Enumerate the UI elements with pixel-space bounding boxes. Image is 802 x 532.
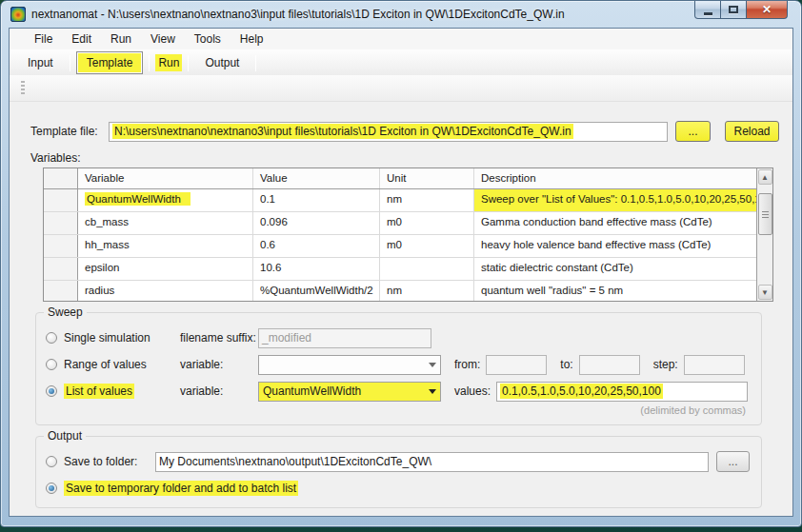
close-button[interactable]: ✕: [747, 1, 788, 19]
output-folder-input[interactable]: My Documents\nextnano\output\1DExcitonCd…: [155, 452, 709, 472]
save-to-folder-label: Save to folder:: [64, 455, 155, 468]
row-header[interactable]: [44, 281, 78, 301]
menu-bar: File Edit Run View Tools Help: [10, 29, 792, 50]
to-input[interactable]: [579, 355, 640, 375]
row-header[interactable]: [44, 258, 78, 280]
tab-strip: Input Template Run Output: [10, 50, 792, 75]
cell-value[interactable]: 10.6: [253, 258, 380, 280]
close-icon: ✕: [762, 4, 772, 15]
output-folder-value: My Documents\nextnano\output\1DExcitonCd…: [159, 455, 431, 468]
save-to-temp-radio[interactable]: [46, 483, 57, 494]
cell-variable: QuantumWellWidth: [85, 192, 190, 206]
values-label: values:: [454, 384, 491, 398]
maximize-icon: [729, 6, 738, 13]
toolbar-grip-icon[interactable]: [21, 81, 25, 95]
step-input[interactable]: [684, 355, 745, 375]
chevron-down-icon: [429, 363, 436, 367]
scrollbar-thumb[interactable]: [758, 193, 772, 235]
cell-unit[interactable]: m0: [380, 212, 474, 234]
table-row[interactable]: QuantumWellWidth 0.1 nm Sweep over "List…: [44, 189, 756, 212]
list-of-values-label: List of values: [64, 384, 180, 398]
list-variable-select[interactable]: QuantumWellWidth: [258, 382, 441, 402]
window-title: nextnanomat - N:\users\nextnano\nextnano…: [31, 8, 565, 21]
cell-description[interactable]: Gamma conduction band effective mass (Cd…: [474, 212, 756, 234]
menu-tools[interactable]: Tools: [185, 30, 231, 49]
save-to-temp-row: Save to temporary folder and add to batc…: [46, 477, 750, 500]
values-value: 0.1,0.5,1.0,5.0,10,20,25,50,100: [500, 384, 663, 399]
cell-value[interactable]: 0.6: [253, 235, 380, 257]
list-of-values-radio[interactable]: [46, 385, 57, 397]
filename-suffix-input[interactable]: _modified: [258, 328, 431, 348]
app-window: nextnanomat - N:\users\nextnano\nextnano…: [0, 0, 802, 527]
maximize-button[interactable]: [721, 1, 747, 19]
range-of-values-row: Range of values variable: from: to: step…: [46, 353, 750, 376]
row-header[interactable]: [44, 189, 78, 211]
cell-unit[interactable]: m0: [380, 235, 474, 257]
menu-file[interactable]: File: [25, 30, 62, 49]
browse-folder-button[interactable]: ...: [716, 451, 750, 472]
cell-unit[interactable]: nm: [380, 281, 474, 301]
row-header-corner[interactable]: [44, 168, 78, 188]
save-to-temp-label: Save to temporary folder and add to batc…: [64, 482, 298, 495]
cell-unit[interactable]: [380, 258, 474, 280]
tab-output[interactable]: Output: [194, 51, 250, 74]
cell-description[interactable]: heavy hole valence band effective mass (…: [474, 235, 756, 257]
cell-value[interactable]: 0.096: [253, 212, 380, 234]
column-header-value[interactable]: Value: [253, 168, 380, 188]
scroll-up-icon[interactable]: ▲: [758, 169, 772, 185]
table-row[interactable]: hh_mass 0.6 m0 heavy hole valence band e…: [44, 235, 756, 258]
save-to-folder-radio[interactable]: [46, 456, 57, 467]
cell-variable[interactable]: cb_mass: [78, 212, 253, 234]
cell-description[interactable]: static dielectric constant (CdTe): [474, 258, 756, 280]
list-variable-label: variable:: [180, 384, 258, 398]
minimize-button[interactable]: [694, 1, 721, 19]
table-scrollbar[interactable]: ▲ ▼: [756, 168, 772, 301]
cell-value[interactable]: %QuantumWellWidth/2: [253, 281, 380, 301]
column-header-description[interactable]: Description: [474, 168, 756, 188]
range-variable-select[interactable]: [258, 355, 441, 375]
reload-button[interactable]: Reload: [725, 121, 779, 142]
range-of-values-radio[interactable]: [46, 359, 57, 370]
cell-description[interactable]: quantum well "radius" = 5 nm: [474, 281, 756, 301]
tab-template[interactable]: Template: [76, 51, 144, 74]
range-variable-label: variable:: [180, 358, 258, 371]
minimize-icon: [704, 12, 712, 15]
cell-variable[interactable]: epsilon: [78, 258, 253, 280]
template-file-input[interactable]: N:\users\nextnano\nextnano3\input files\…: [109, 122, 668, 142]
app-icon: [10, 7, 26, 22]
menu-help[interactable]: Help: [231, 30, 273, 49]
cell-unit[interactable]: nm: [380, 189, 474, 211]
tab-separator: [70, 55, 70, 71]
row-header[interactable]: [44, 212, 78, 234]
from-input[interactable]: [486, 355, 547, 375]
column-header-unit[interactable]: Unit: [380, 168, 474, 188]
menu-run[interactable]: Run: [101, 30, 141, 49]
row-header[interactable]: [44, 235, 78, 257]
cell-variable[interactable]: hh_mass: [78, 235, 253, 257]
browse-template-button[interactable]: ...: [675, 121, 711, 142]
menu-edit[interactable]: Edit: [62, 30, 101, 49]
single-simulation-radio[interactable]: [46, 332, 57, 344]
tab-separator: [149, 55, 150, 71]
menu-view[interactable]: View: [141, 30, 185, 49]
chevron-down-icon: [429, 389, 436, 394]
cell-variable[interactable]: radius: [78, 281, 253, 301]
list-of-values-row: List of values variable: QuantumWellWidt…: [46, 380, 750, 403]
column-header-variable[interactable]: Variable: [78, 168, 253, 188]
cell-value[interactable]: 0.1: [253, 189, 380, 211]
scroll-down-icon[interactable]: ▼: [758, 285, 772, 300]
list-variable-value: QuantumWellWidth: [263, 384, 361, 398]
cell-description[interactable]: Sweep over "List of Values": 0.1,0.5,1.0…: [474, 189, 756, 211]
tab-separator: [188, 55, 189, 71]
from-label: from:: [454, 358, 480, 371]
single-simulation-label: Single simulation: [64, 331, 180, 345]
table-row[interactable]: epsilon 10.6 static dielectric constant …: [44, 258, 756, 281]
to-label: to:: [560, 358, 572, 371]
table-row[interactable]: cb_mass 0.096 m0 Gamma conduction band e…: [44, 212, 756, 235]
table-row[interactable]: radius %QuantumWellWidth/2 nm quantum we…: [44, 281, 756, 301]
title-bar[interactable]: nextnanomat - N:\users\nextnano\nextnano…: [1, 1, 801, 27]
tab-run[interactable]: Run: [155, 54, 182, 71]
tab-input[interactable]: Input: [17, 51, 64, 74]
values-input[interactable]: 0.1,0.5,1.0,5.0,10,20,25,50,100: [496, 382, 748, 402]
sweep-group: Sweep Single simulation filename suffix:…: [35, 312, 762, 425]
